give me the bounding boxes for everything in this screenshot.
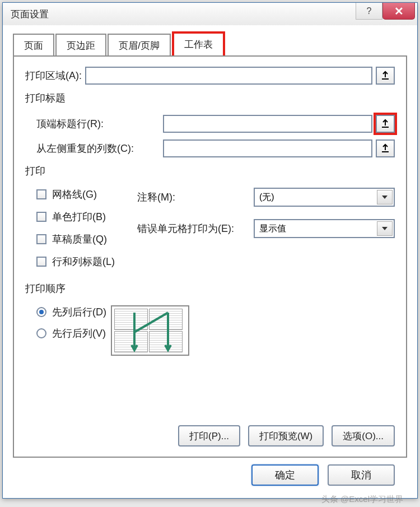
top-rows-label: 顶端标题行(R): — [36, 117, 160, 131]
checkbox-icon — [36, 257, 46, 267]
tab-margins[interactable]: 页边距 — [55, 34, 106, 57]
errors-select[interactable]: 显示值 — [254, 219, 395, 238]
print-area-row: 打印区域(A): — [25, 67, 395, 85]
top-rows-input[interactable] — [163, 115, 372, 133]
top-rows-range-button[interactable] — [376, 115, 395, 133]
cancel-button[interactable]: 取消 — [328, 464, 395, 486]
comments-select[interactable]: (无) — [254, 188, 395, 207]
checkbox-icon — [36, 234, 46, 244]
watermark-text: 头条 @Excel学习世界 — [321, 494, 403, 505]
tab-sheet[interactable]: 工作表 — [172, 31, 225, 55]
tab-strip: 页面 页边距 页眉/页脚 工作表 — [13, 32, 407, 55]
collapse-dialog-icon — [380, 71, 390, 81]
titlebar: 页面设置 ? ✕ — [3, 3, 417, 25]
over-down-radio-row[interactable]: 先行后列(V) — [36, 327, 106, 340]
dropdown-arrow-icon — [377, 190, 393, 204]
print-group-label: 打印 — [25, 164, 395, 178]
order-group-label: 打印顺序 — [25, 282, 395, 295]
titlebar-buttons: ? ✕ — [356, 3, 417, 25]
black-white-checkbox-row[interactable]: 单色打印(B) — [36, 210, 137, 224]
radio-icon — [36, 328, 46, 338]
radio-icon — [36, 307, 46, 317]
comments-value: (无) — [259, 192, 274, 203]
gridlines-label: 网格线(G) — [52, 188, 97, 201]
checkbox-icon — [36, 212, 46, 222]
close-button[interactable]: ✕ — [382, 3, 415, 20]
dialog-button-row: 确定 取消 — [13, 458, 407, 486]
errors-label: 错误单元格打印为(E): — [137, 222, 254, 235]
options-button[interactable]: 选项(O)... — [332, 425, 395, 446]
tab-header-footer[interactable]: 页眉/页脚 — [108, 34, 171, 57]
window-title: 页面设置 — [11, 8, 49, 21]
print-area-range-button[interactable] — [376, 67, 395, 85]
left-cols-label: 从左侧重复的列数(C): — [36, 142, 160, 155]
draft-checkbox-row[interactable]: 草稿质量(Q) — [36, 232, 137, 246]
preview-button[interactable]: 打印预览(W) — [248, 425, 324, 446]
top-rows-row: 顶端标题行(R): — [36, 115, 395, 133]
left-cols-row: 从左侧重复的列数(C): — [36, 139, 395, 157]
tab-page[interactable]: 页面 — [13, 34, 54, 57]
checkbox-icon — [36, 189, 46, 199]
print-button[interactable]: 打印(P)... — [178, 425, 240, 446]
page-order-diagram — [111, 305, 189, 356]
print-titles-group-label: 打印标题 — [25, 91, 395, 105]
headings-checkbox-row[interactable]: 行和列标题(L) — [36, 255, 137, 268]
gridlines-checkbox-row[interactable]: 网格线(G) — [36, 188, 137, 201]
sheet-panel: 打印区域(A): 打印标题 顶端标题行(R): 从左侧重复的列数(C): — [13, 55, 407, 458]
ok-button[interactable]: 确定 — [251, 464, 319, 486]
down-over-radio-row[interactable]: 先列后行(D) — [36, 305, 106, 319]
order-arrow-icon — [129, 310, 174, 353]
left-cols-range-button[interactable] — [376, 139, 395, 157]
headings-label: 行和列标题(L) — [52, 255, 115, 268]
close-icon: ✕ — [394, 4, 404, 18]
comments-label: 注释(M): — [137, 190, 254, 204]
print-area-label: 打印区域(A): — [25, 69, 82, 82]
errors-value: 显示值 — [259, 223, 286, 235]
black-white-label: 单色打印(B) — [52, 210, 106, 224]
left-cols-input[interactable] — [163, 139, 372, 157]
collapse-dialog-icon — [380, 143, 390, 154]
over-down-label: 先行后列(V) — [52, 327, 106, 340]
print-area-input[interactable] — [85, 67, 372, 85]
help-button[interactable]: ? — [356, 3, 382, 20]
draft-label: 草稿质量(Q) — [52, 232, 107, 246]
panel-action-row: 打印(P)... 打印预览(W) 选项(O)... — [178, 425, 395, 446]
content-area: 页面 页边距 页眉/页脚 工作表 打印区域(A): 打印标题 顶端标题行(R): — [3, 25, 417, 494]
down-over-label: 先列后行(D) — [52, 305, 106, 319]
print-options-area: 网格线(G) 单色打印(B) 草稿质量(Q) 行和列标题(L) — [36, 188, 395, 277]
dropdown-arrow-icon — [377, 221, 393, 236]
collapse-dialog-icon — [380, 119, 390, 129]
page-setup-dialog: 页面设置 ? ✕ 页面 页边距 页眉/页脚 工作表 打印区域(A): 打印标题 — [2, 2, 418, 499]
